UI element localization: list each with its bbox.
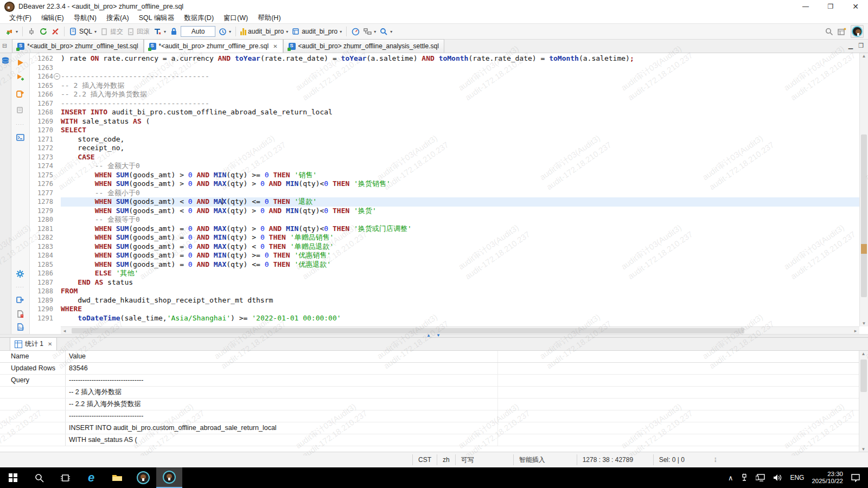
code-line[interactable]: 1291 toDateTime(sale_time,'Asia/Shanghai… (29, 314, 859, 323)
tray-chevron-icon[interactable]: ∧ (728, 474, 733, 482)
commit-button[interactable]: 提交 (98, 26, 125, 37)
result-row[interactable]: INSERT INTO audit_bi_pro.custom_offline_… (0, 422, 859, 434)
column-header-name[interactable]: Name (0, 351, 66, 362)
code-line[interactable]: 1289 dwd_trade_hkaudit_shop_receipt_othe… (29, 296, 859, 305)
database-navigator-icon[interactable] (1, 56, 10, 65)
code-line[interactable]: 1282 WHEN SUM(goods_amt) = 0 AND MIN(qty… (29, 233, 859, 242)
scroll-right-icon[interactable]: ▸ (852, 328, 859, 333)
connect-button[interactable] (25, 26, 37, 37)
execute-new-tab-button[interactable] (15, 73, 25, 82)
code-line[interactable]: 1263 (29, 63, 859, 73)
code-line[interactable]: 1279 WHEN SUM(goods_amt) < 0 AND MAX(qty… (29, 207, 859, 216)
maximize-view-icon[interactable]: ❒ (858, 42, 864, 49)
column-header-value[interactable]: Value (66, 351, 498, 362)
open-perspective-icon[interactable] (838, 27, 846, 36)
editor-tab-0[interactable]: *<audit_bi_pro> zhumr_offline_test.sql (12, 39, 144, 53)
transaction-mode-button[interactable]: ▾ (151, 26, 168, 37)
editor-tab-1[interactable]: *<audit_bi_pro> zhumr_offline_pre.sql✕ (144, 39, 283, 53)
code-line[interactable]: 1280 -- 金额等于0 (29, 215, 859, 224)
code-line[interactable]: 1286 ELSE '其他' (29, 269, 859, 278)
code-line[interactable]: 1271 store_code, (29, 135, 859, 144)
result-row[interactable]: -- 2.2 插入海外换货数据 (0, 399, 859, 410)
code-line[interactable]: 1283 WHEN SUM(goods_amt) = 0 AND MAX(qty… (29, 242, 859, 252)
save-report-button[interactable] (15, 309, 25, 319)
taskbar-search-button[interactable] (26, 467, 52, 488)
result-row[interactable]: Updated Rows83546 (0, 363, 859, 375)
minimize-view-icon[interactable]: ▁ (848, 42, 853, 49)
menu-item-6[interactable]: 窗口(W) (219, 14, 253, 23)
disconnect-button[interactable] (49, 26, 61, 37)
sql-editor[interactable]: 1262) rate ON rate.currency = a.currency… (29, 53, 859, 326)
dbeaver-perspective-button[interactable] (851, 25, 864, 38)
tab-close-icon[interactable]: ✕ (273, 43, 277, 49)
code-line[interactable]: 1278 WHEN SUM(goods_amt) < 0 AND MAX(qty… (29, 197, 859, 207)
maximize-button[interactable]: ❐ (818, 0, 843, 13)
scroll-left-icon[interactable]: ◂ (61, 328, 68, 333)
code-line[interactable]: 1264−----------------------------------- (29, 72, 859, 81)
database-selector[interactable]: audit_bi_pro ▾ (290, 26, 343, 37)
code-line[interactable]: 1284 WHEN SUM(goods_amt) = 0 AND MIN(qty… (29, 251, 859, 260)
code-line[interactable]: 1262) rate ON rate.currency = a.currency… (29, 54, 859, 63)
menu-item-0[interactable]: 文件(F) (4, 14, 36, 23)
results-vertical-scrollbar[interactable]: ▲ ▼ (859, 351, 868, 452)
code-line[interactable]: 1270SELECT (29, 126, 859, 135)
result-row[interactable]: --------------------------------- (0, 410, 859, 422)
editor-tab-2[interactable]: <audit_bi_pro> zhumr_offline_analysis_se… (283, 39, 444, 53)
action-center-icon[interactable] (851, 473, 860, 482)
menu-item-4[interactable]: SQL 编辑器 (134, 14, 180, 23)
usb-icon[interactable] (741, 473, 748, 482)
restore-panel-icon[interactable]: ⊟ (2, 42, 7, 49)
input-language-indicator[interactable]: ENG (790, 474, 804, 481)
result-row[interactable]: WITH sale_status AS ( (0, 434, 859, 446)
settings-gear-icon[interactable] (15, 269, 25, 279)
code-line[interactable]: 1274 -- 金额大于0 (29, 162, 859, 171)
scroll-down-icon[interactable]: ▼ (860, 321, 868, 326)
internet-explorer-button[interactable]: e (78, 467, 104, 488)
reconnect-button[interactable] (37, 26, 49, 37)
code-line[interactable]: 1265-- 2 插入海外数据 (29, 81, 859, 91)
commit-mode-combo[interactable]: Auto (181, 26, 215, 37)
tx-log-button[interactable]: ▾ (216, 26, 233, 37)
connection-selector[interactable]: audit_bi_pro ▾ (239, 27, 290, 36)
code-line[interactable]: 1269WITH sale_status AS ( (29, 117, 859, 126)
code-line[interactable]: 1276 WHEN SUM(goods_amt) > 0 AND MAX(qty… (29, 179, 859, 189)
sql-console-button[interactable] (15, 132, 25, 142)
quick-access-search-icon[interactable] (825, 27, 833, 36)
scrollbar-thumb[interactable] (860, 359, 867, 392)
scrollbar-thumb[interactable] (72, 328, 744, 333)
code-line[interactable]: 1277 -- 金额小于0 (29, 189, 859, 198)
code-line[interactable]: 1290WHERE (29, 305, 859, 314)
file-explorer-button[interactable] (104, 467, 130, 488)
lock-button[interactable] (168, 26, 180, 37)
code-line[interactable]: 1268INSERT INTO audit_bi_pro.custom_offl… (29, 108, 859, 117)
scroll-up-icon[interactable]: ▲ (859, 351, 867, 356)
minimize-button[interactable]: — (793, 0, 818, 13)
code-line[interactable]: 1272 receipt_no, (29, 144, 859, 153)
start-button[interactable] (0, 467, 26, 488)
code-line[interactable]: 1266-- 2.2 插入海外换货数据 (29, 90, 859, 99)
task-view-button[interactable] (52, 467, 78, 488)
code-line[interactable]: 1273 CASE (29, 153, 859, 162)
menu-item-3[interactable]: 搜索(A) (101, 14, 134, 23)
code-line[interactable]: 1285 WHEN SUM(goods_amt) = 0 AND MAX(qty… (29, 260, 859, 269)
dbeaver-taskbar-button[interactable] (130, 467, 156, 488)
status-caret-position[interactable]: 1278 : 38 : 42789 (577, 454, 653, 465)
volume-icon[interactable] (773, 474, 782, 481)
statistics-tab[interactable]: 统计 1 ✕ (10, 337, 57, 350)
dbeaver-active-taskbar-button[interactable] (156, 467, 182, 488)
menu-item-7[interactable]: 帮助(H) (253, 14, 285, 23)
execute-script-button[interactable] (15, 89, 25, 99)
code-line[interactable]: 1288FROM (29, 287, 859, 296)
result-row[interactable]: Query--------------------------------- (0, 375, 859, 387)
scrollbar-thumb[interactable] (861, 134, 867, 297)
menu-item-2[interactable]: 导航(N) (69, 14, 101, 23)
sql-editor-button[interactable]: SQL ▾ (67, 26, 98, 37)
editor-horizontal-scrollbar[interactable]: ◂ ▸ (61, 326, 859, 335)
fold-marker-icon[interactable]: − (54, 73, 60, 80)
execute-statement-button[interactable] (15, 57, 25, 67)
code-line[interactable]: 1281 WHEN SUM(goods_amt) = 0 AND MAX(qty… (29, 224, 859, 234)
search-tool-button[interactable]: ▾ (378, 26, 394, 37)
editor-vertical-scrollbar[interactable]: ▲ ▼ (859, 53, 868, 326)
taskbar-clock[interactable]: 23:30 2025/10/22 (812, 471, 843, 485)
explain-plan-button[interactable] (15, 105, 25, 115)
